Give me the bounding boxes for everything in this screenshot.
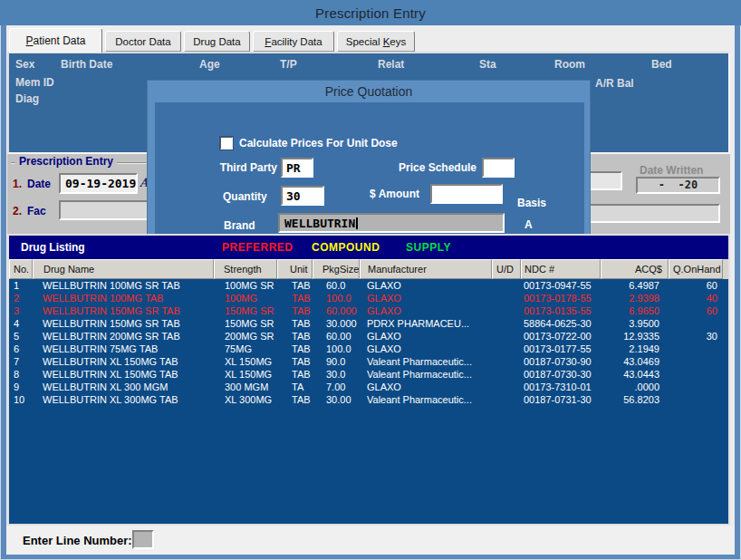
cell-name: WELLBUTRIN 150MG SR TAB [33, 304, 214, 317]
drug-row[interactable]: 5WELLBUTRIN 200MG SR TAB200MG SRTAB60.00… [9, 330, 728, 343]
date-field-number: 1. [13, 178, 22, 190]
drug-row[interactable]: 7WELLBUTRIN XL 150MG TABXL 150MGTAB90.0V… [9, 355, 728, 368]
quantity-input[interactable] [281, 186, 324, 206]
cell-pkg: 100.0 [313, 343, 360, 355]
cell-strength: 150MG SR [214, 304, 277, 317]
column-header-pkgsize[interactable]: PkgSize [313, 259, 360, 279]
cell-qoh [669, 355, 723, 368]
tab-bar: Patient DataDoctor DataDrug DataFacility… [6, 25, 735, 53]
cell-qoh [669, 381, 723, 393]
tab-drug-data[interactable]: Drug Data [184, 31, 250, 52]
cell-ndc: 00173-0178-55 [521, 292, 601, 304]
cell-strength: XL 150MG [214, 355, 277, 368]
column-header-q-onhand[interactable]: Q.OnHand [669, 259, 723, 279]
column-header-manufacturer[interactable]: Manufacturer [360, 259, 492, 279]
mem-id-label: Mem ID [15, 76, 54, 89]
cell-mfr: Valeant Pharmaceutic... [360, 355, 492, 368]
cell-pkg: 7.00 [313, 381, 360, 393]
column-header-ndc[interactable]: NDC # [521, 259, 601, 279]
cell-ndc: 00187-0730-90 [521, 355, 601, 368]
tab-patient-data[interactable]: Patient Data [9, 28, 102, 53]
date-field-label: Date [27, 178, 51, 190]
cell-unit: TA [277, 381, 313, 393]
drug-row[interactable]: 9WELLBUTRIN XL 300 MGM300 MGMTA7.00GLAXO… [9, 381, 728, 393]
window-titlebar: Prescription Entry [0, 0, 741, 25]
drug-row[interactable]: 4WELLBUTRIN 150MG SR TAB150MG SRTAB30.00… [9, 317, 728, 330]
column-header-drug-name[interactable]: Drug Name [33, 259, 214, 279]
clipped-text-fragment: A [140, 176, 147, 188]
amount-input[interactable] [430, 184, 503, 204]
tab-doctor-data[interactable]: Doctor Data [105, 31, 181, 52]
cell-unit: TAB [277, 343, 313, 355]
tab-label: Special Keys [346, 36, 407, 47]
drug-row[interactable]: 8WELLBUTRIN XL 150MG TABXL 150MGTAB30.0V… [9, 368, 728, 381]
cell-qoh [669, 368, 723, 381]
drug-row[interactable]: 3WELLBUTRIN 150MG SR TAB150MG SRTAB60.00… [9, 304, 728, 317]
cell-strength: 100MG SR [214, 279, 277, 292]
cell-ud [492, 317, 521, 330]
cell-pkg: 30.000 [313, 317, 360, 330]
cell-acq: 6.4987 [601, 279, 669, 292]
sta-label: Sta [479, 58, 496, 71]
tab-special-keys[interactable]: Special Keys [337, 31, 415, 52]
cell-unit: TAB [277, 368, 313, 381]
column-header-acq[interactable]: ACQ$ [601, 259, 669, 279]
cell-ud [492, 381, 521, 393]
cell-name: WELLBUTRIN 75MG TAB [33, 343, 214, 355]
cell-no: 5 [9, 330, 33, 343]
third-party-input[interactable] [281, 158, 313, 178]
dialog-title: Price Quotation [148, 81, 590, 102]
column-header-strength[interactable]: Strength [214, 259, 277, 279]
cell-ud [492, 292, 521, 304]
third-party-label: Third Party [207, 161, 277, 174]
tab-label: Doctor Data [115, 36, 170, 47]
cell-unit: TAB [277, 355, 313, 368]
date-written-value[interactable]: - -20 [636, 177, 720, 194]
cell-acq: 2.1949 [601, 343, 669, 355]
cell-mfr: GLAXO [360, 343, 492, 355]
price-schedule-label: Price Schedule [391, 161, 476, 174]
date-written-label: Date Written [640, 164, 703, 177]
drug-row[interactable]: 2WELLBUTRIN 100MG TAB100MGTAB100.0GLAXO0… [9, 292, 728, 304]
unit-dose-checkbox[interactable] [220, 137, 233, 150]
cell-strength: 150MG SR [214, 317, 277, 330]
cell-no: 4 [9, 317, 33, 330]
cell-strength: 100MG [214, 292, 277, 304]
date-input[interactable] [59, 173, 138, 194]
cell-unit: TAB [277, 292, 313, 304]
cell-no: 3 [9, 304, 33, 317]
groupbox-label: Prescription Entry [15, 155, 117, 168]
rx-field-long[interactable] [582, 204, 720, 223]
diag-label: Diag [15, 92, 39, 105]
cell-pkg: 30.0 [313, 368, 360, 381]
cell-acq: 43.0469 [601, 355, 669, 368]
tab-label: Facility Data [265, 36, 322, 47]
cell-ud [492, 368, 521, 381]
cell-qoh [669, 343, 723, 355]
drug-row[interactable]: 6WELLBUTRIN 75MG TAB75MGTAB100.0GLAXO001… [9, 343, 728, 355]
drug-row[interactable]: 10WELLBUTRIN XL 300MG TABXL 300MGTAB30.0… [9, 393, 728, 406]
cell-mfr: PDRX PHARMACEU... [360, 317, 492, 330]
text-caret [356, 217, 358, 229]
cell-strength: XL 150MG [214, 368, 277, 381]
column-header-no[interactable]: No. [9, 259, 33, 279]
line-number-input[interactable] [132, 530, 154, 549]
basis-value: A [524, 218, 533, 231]
cell-unit: TAB [277, 304, 313, 317]
drug-row[interactable]: 1WELLBUTRIN 100MG SR TAB100MG SRTAB60.0G… [9, 279, 728, 292]
basis-label: Basis [517, 197, 546, 209]
tab-facility-data[interactable]: Facility Data [253, 31, 334, 52]
cell-pkg: 100.0 [313, 292, 360, 304]
bed-label: Bed [651, 58, 672, 71]
cell-name: WELLBUTRIN 100MG SR TAB [33, 279, 214, 292]
cell-acq: 12.9335 [601, 330, 669, 343]
column-header-unit[interactable]: Unit [277, 259, 313, 279]
column-header-u-d[interactable]: U/D [492, 259, 521, 279]
brand-field[interactable]: WELLBUTRIN [278, 213, 505, 233]
cell-strength: 300 MGM [214, 381, 277, 393]
room-label: Room [554, 58, 585, 71]
price-schedule-input[interactable] [482, 158, 515, 178]
cell-unit: TAB [277, 330, 313, 343]
cell-qoh [669, 393, 723, 406]
cell-no: 6 [9, 343, 33, 355]
